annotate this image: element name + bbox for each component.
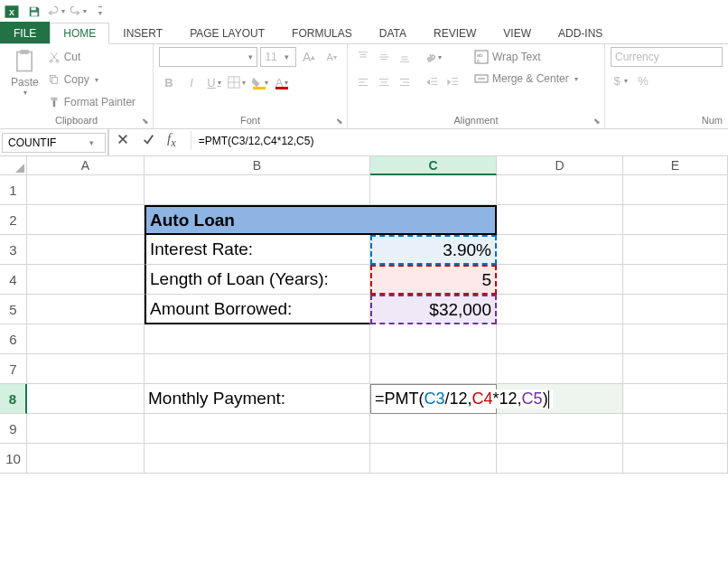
- cancel-formula-button[interactable]: [117, 133, 129, 148]
- cell-c8[interactable]: =PMT(C3/12,C4*12,C5): [370, 384, 497, 414]
- font-size-combo[interactable]: 11▾: [260, 47, 296, 67]
- shrink-font-button[interactable]: A▾: [322, 47, 341, 67]
- cell-b7[interactable]: [145, 354, 370, 384]
- cell-a5[interactable]: [27, 295, 145, 324]
- redo-button[interactable]: ▾: [68, 2, 88, 22]
- undo-button[interactable]: ▾: [46, 2, 66, 22]
- col-header-d[interactable]: D: [497, 156, 623, 175]
- alignment-launcher[interactable]: ⬊: [593, 117, 601, 126]
- select-all-corner[interactable]: [0, 156, 27, 175]
- row-header-5[interactable]: 5: [0, 295, 27, 324]
- tab-data[interactable]: DATA: [366, 22, 420, 43]
- merge-center-button[interactable]: Merge & Center▾: [471, 69, 582, 89]
- paste-button[interactable]: Paste ▾: [5, 47, 44, 99]
- cell-a7[interactable]: [27, 354, 145, 384]
- cell-d10[interactable]: [497, 444, 623, 474]
- cut-button[interactable]: Cut: [48, 47, 135, 67]
- row-header-10[interactable]: 10: [0, 444, 27, 474]
- customize-qat-button[interactable]: ▾: [89, 2, 109, 22]
- row-header-8[interactable]: 8: [0, 384, 27, 414]
- orientation-button[interactable]: ab▾: [423, 47, 443, 67]
- cell-c10[interactable]: [370, 444, 497, 474]
- align-top-button[interactable]: [353, 47, 373, 67]
- cell-b4[interactable]: Length of Loan (Years):: [145, 265, 370, 295]
- cell-e4[interactable]: [623, 265, 728, 295]
- cell-a10[interactable]: [27, 444, 145, 474]
- row-header-9[interactable]: 9: [0, 414, 27, 444]
- wrap-text-button[interactable]: abcWrap Text: [471, 47, 582, 67]
- cell-c6[interactable]: [370, 324, 497, 354]
- tab-home[interactable]: HOME: [50, 23, 109, 44]
- tab-addins[interactable]: ADD-INS: [545, 22, 616, 43]
- grow-font-button[interactable]: A▴: [299, 47, 319, 67]
- font-name-combo[interactable]: ▾: [159, 47, 257, 67]
- spreadsheet-grid[interactable]: A B C D E 1 2 Auto Loan 3 Interest Rate:…: [0, 156, 728, 474]
- tab-page-layout[interactable]: PAGE LAYOUT: [176, 22, 278, 43]
- col-header-a[interactable]: A: [27, 156, 145, 175]
- clipboard-launcher[interactable]: ⬊: [142, 117, 149, 126]
- cell-e9[interactable]: [623, 414, 728, 444]
- cell-e6[interactable]: [623, 324, 728, 354]
- col-header-e[interactable]: E: [623, 156, 728, 175]
- border-button[interactable]: ▾: [227, 72, 247, 92]
- cell-c1[interactable]: [370, 175, 497, 205]
- enter-formula-button[interactable]: [142, 133, 154, 148]
- cell-b5[interactable]: Amount Borrowed:: [145, 295, 370, 324]
- fill-color-button[interactable]: ▾: [249, 72, 269, 92]
- row-header-4[interactable]: 4: [0, 265, 27, 295]
- copy-button[interactable]: Copy▾: [48, 70, 135, 89]
- cell-a8[interactable]: [27, 384, 145, 414]
- underline-button[interactable]: U▾: [204, 72, 224, 92]
- cell-d9[interactable]: [497, 414, 623, 444]
- cell-c4[interactable]: 5: [370, 265, 497, 295]
- cell-b10[interactable]: [145, 444, 370, 474]
- cell-e7[interactable]: [623, 354, 728, 384]
- cell-e2[interactable]: [623, 205, 728, 235]
- cell-b6[interactable]: [145, 324, 370, 354]
- cell-d6[interactable]: [497, 324, 623, 354]
- cell-a3[interactable]: [27, 235, 145, 265]
- tab-formulas[interactable]: FORMULAS: [278, 22, 366, 43]
- cell-d1[interactable]: [497, 175, 623, 205]
- name-box[interactable]: COUNTIF ▾: [2, 133, 106, 153]
- font-color-button[interactable]: A▾: [272, 72, 292, 92]
- cell-c2[interactable]: [370, 205, 497, 235]
- fx-button[interactable]: fx: [167, 131, 176, 150]
- align-left-button[interactable]: [353, 72, 373, 92]
- percent-format-button[interactable]: %: [633, 70, 653, 90]
- increase-indent-button[interactable]: [443, 72, 463, 92]
- col-header-c[interactable]: C: [370, 156, 497, 175]
- cell-b1[interactable]: [145, 175, 370, 205]
- align-right-button[interactable]: [395, 72, 415, 92]
- cell-c9[interactable]: [370, 414, 497, 444]
- row-header-2[interactable]: 2: [0, 205, 27, 235]
- bold-button[interactable]: B: [159, 72, 179, 92]
- number-format-combo[interactable]: Currency: [611, 47, 723, 67]
- align-bottom-button[interactable]: [395, 47, 415, 67]
- cell-b9[interactable]: [145, 414, 370, 444]
- cell-d4[interactable]: [497, 265, 623, 295]
- cell-e10[interactable]: [623, 444, 728, 474]
- cell-e1[interactable]: [623, 175, 728, 205]
- cell-d5[interactable]: [497, 295, 623, 324]
- cell-c7[interactable]: [370, 354, 497, 384]
- row-header-1[interactable]: 1: [0, 175, 27, 205]
- cell-b3[interactable]: Interest Rate:: [145, 235, 370, 265]
- cell-d7[interactable]: [497, 354, 623, 384]
- row-header-6[interactable]: 6: [0, 324, 27, 354]
- accounting-format-button[interactable]: $▾: [611, 70, 630, 90]
- align-center-button[interactable]: [374, 72, 394, 92]
- row-header-3[interactable]: 3: [0, 235, 27, 265]
- decrease-indent-button[interactable]: [423, 72, 443, 92]
- cell-d3[interactable]: [497, 235, 623, 265]
- cell-b8[interactable]: Monthly Payment:: [145, 384, 370, 414]
- format-painter-button[interactable]: Format Painter: [48, 92, 135, 112]
- cell-d2[interactable]: [497, 205, 623, 235]
- tab-insert[interactable]: INSERT: [109, 22, 176, 43]
- tab-file[interactable]: FILE: [0, 22, 50, 43]
- font-launcher[interactable]: ⬊: [336, 117, 343, 126]
- cell-c3[interactable]: 3.90%: [370, 235, 497, 265]
- cell-e8[interactable]: [623, 384, 728, 414]
- tab-review[interactable]: REVIEW: [420, 22, 490, 43]
- tab-view[interactable]: VIEW: [490, 22, 545, 43]
